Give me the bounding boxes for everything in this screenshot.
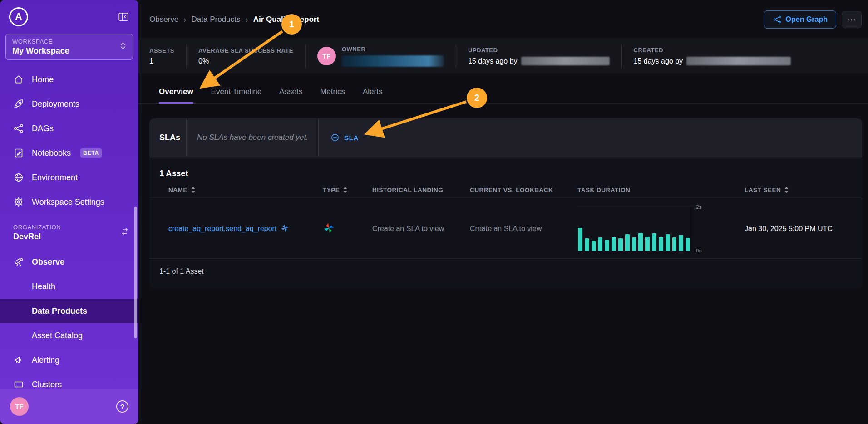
duration-bar [625, 234, 630, 251]
sidebar-item-home[interactable]: Home [0, 67, 138, 92]
globe-icon [13, 172, 24, 183]
historical-landing-cell: Create an SLA to view [372, 225, 470, 233]
last-seen-cell: Jan 30, 2025 5:00 PM UTC [745, 225, 853, 233]
duration-bar [645, 237, 650, 251]
stat-label: ASSETS [149, 47, 174, 54]
asset-count: 1 Asset [149, 157, 862, 187]
stat-label: AVERAGE SLA SUCCESS RATE [198, 47, 293, 54]
collapse-sidebar-button[interactable] [118, 11, 129, 23]
user-avatar[interactable]: TF [10, 397, 29, 416]
tab-assets[interactable]: Assets [279, 87, 302, 104]
column-header-type[interactable]: TYPE [323, 187, 372, 193]
stat-sla-success-rate: AVERAGE SLA SUCCESS RATE 0% [186, 44, 305, 68]
column-header-historical-landing: HISTORICAL LANDING [372, 187, 470, 193]
sla-empty-message: No SLAs have been created yet. [187, 118, 318, 157]
duration-bar [605, 240, 609, 251]
airflow-link-icon [281, 224, 289, 234]
stat-value: 0% [198, 57, 293, 65]
tab-event-timeline[interactable]: Event Timeline [211, 87, 262, 104]
column-header-task-duration: TASK DURATION [577, 187, 745, 193]
sidebar-item-label: Alerting [32, 355, 59, 365]
telescope-icon [13, 256, 24, 267]
sort-icon[interactable] [343, 187, 348, 193]
column-header-name[interactable]: NAME [168, 187, 323, 193]
swap-organization-icon[interactable] [120, 227, 129, 238]
topbar: Observe Data Products Air Quality Report… [138, 0, 868, 39]
more-options-button[interactable]: ⋯ [842, 11, 862, 28]
workspace-selector[interactable]: WORKSPACE My Workspace [5, 34, 133, 60]
sidebar-item-label: Data Products [32, 306, 87, 316]
sidebar-item-dags[interactable]: DAGs [0, 116, 138, 141]
workspace-label: WORKSPACE [12, 38, 69, 45]
sidebar-item-workspace-settings[interactable]: Workspace Settings [0, 190, 138, 214]
breadcrumb: Observe Data Products Air Quality Report [149, 15, 319, 25]
help-icon[interactable]: ? [116, 400, 128, 413]
sidebar-item-label: Environment [32, 173, 78, 182]
stat-owner: TF OWNER [305, 44, 456, 68]
sla-section-title: SLAs [149, 118, 186, 157]
sort-icon[interactable] [191, 187, 196, 193]
tab-alerts[interactable]: Alerts [363, 87, 382, 104]
chevron-updown-icon [120, 42, 126, 52]
sidebar-item-notebooks[interactable]: Notebooks BETA [0, 141, 138, 165]
organization-name: DevRel [13, 232, 61, 242]
stat-updated: UPDATED 15 days ago by [456, 44, 621, 68]
task-duration-chart: 2s 0s [577, 207, 714, 251]
sidebar-item-observe[interactable]: Observe [0, 250, 138, 274]
chevron-right-icon [245, 15, 248, 25]
breadcrumb-data-products[interactable]: Data Products [192, 15, 241, 24]
sidebar-item-environment[interactable]: Environment [0, 165, 138, 190]
sidebar-item-label: Health [32, 282, 55, 291]
stat-value: 15 days ago by [468, 57, 518, 65]
duration-bar [612, 237, 616, 251]
sidebar-item-health[interactable]: Health [0, 274, 138, 299]
sidebar-item-asset-catalog[interactable]: Asset Catalog [0, 323, 138, 348]
page-title: Air Quality Report [253, 15, 319, 24]
task-duration-axis-labels: 2s 0s [693, 207, 701, 251]
table-row: create_aq_report.send_aq_report Create a… [149, 199, 862, 259]
tab-metrics[interactable]: Metrics [320, 87, 345, 104]
sidebar: WORKSPACE My Workspace Home Deployments … [0, 0, 138, 424]
tab-bar: Overview Event Timeline Assets Metrics A… [138, 82, 868, 104]
sidebar-item-label: Deployments [32, 99, 79, 109]
collapse-panel-icon [118, 11, 129, 23]
sidebar-item-deployments[interactable]: Deployments [0, 92, 138, 116]
duration-bar [672, 237, 677, 251]
data-product-card: SLAs No SLAs have been created yet. SLA … [149, 118, 862, 288]
stat-created: CREATED 15 days ago by [621, 44, 803, 68]
organization-selector[interactable]: ORGANIZATION DevRel [0, 222, 138, 243]
redacted-owner-name [342, 55, 444, 67]
breadcrumb-observe[interactable]: Observe [149, 15, 178, 24]
sidebar-scrollbar[interactable] [134, 207, 137, 338]
asset-name-link[interactable]: create_aq_report.send_aq_report [168, 225, 276, 233]
column-header-current-vs-lookback: CURRENT VS. LOOKBACK [470, 187, 577, 193]
sla-section: SLAs No SLAs have been created yet. SLA [149, 118, 862, 157]
redacted-updated-by-name [521, 57, 610, 65]
current-vs-lookback-cell: Create an SLA to view [470, 225, 577, 233]
sidebar-item-alerting[interactable]: Alerting [0, 348, 138, 372]
duration-bar [632, 237, 636, 251]
tab-overview[interactable]: Overview [159, 87, 193, 104]
main-content: Observe Data Products Air Quality Report… [138, 0, 868, 288]
duration-bar [652, 233, 656, 251]
workspace-name: My Workspace [12, 46, 69, 56]
column-header-last-seen[interactable]: LAST SEEN [745, 187, 853, 193]
open-graph-button[interactable]: Open Graph [764, 10, 836, 29]
sidebar-item-label: Home [32, 75, 54, 84]
workspace-nav: Home Deployments DAGs Notebooks BETA Env… [0, 67, 138, 214]
astronomer-logo-icon [9, 7, 28, 26]
table-header: NAME TYPE HISTORICAL LANDING CURRENT VS.… [149, 187, 862, 199]
sort-icon[interactable] [784, 187, 789, 193]
redacted-created-by-name [686, 57, 791, 65]
home-icon [13, 74, 24, 85]
assets-panel: 1 Asset NAME TYPE HISTORICAL LANDING CUR… [149, 157, 862, 288]
add-sla-button[interactable]: SLA [319, 118, 370, 157]
sidebar-footer: TF ? [0, 389, 138, 424]
sidebar-item-data-products[interactable]: Data Products [0, 299, 138, 323]
stat-value: 15 days ago by [634, 57, 683, 65]
notebook-icon [13, 148, 24, 158]
stat-label: OWNER [342, 46, 444, 53]
megaphone-icon [13, 355, 24, 365]
open-graph-label: Open Graph [786, 15, 828, 24]
rocket-icon [13, 99, 24, 109]
